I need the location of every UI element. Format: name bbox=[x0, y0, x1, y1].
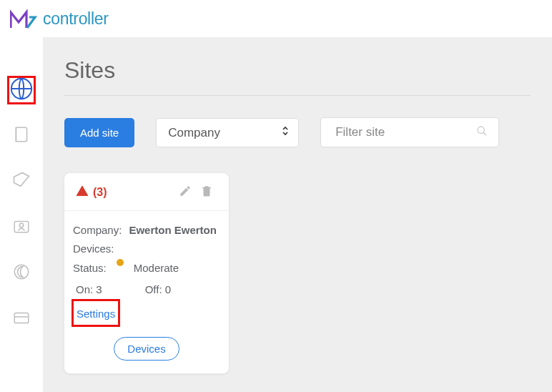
sidebar-item-tickets[interactable] bbox=[7, 167, 36, 196]
label-on: On: bbox=[76, 283, 93, 295]
label-off: Off: bbox=[145, 283, 162, 295]
delete-button[interactable] bbox=[196, 183, 217, 202]
book-icon bbox=[12, 125, 31, 147]
ticket-icon bbox=[11, 170, 31, 193]
value-status: Moderate bbox=[134, 259, 179, 278]
add-site-button[interactable]: Add site bbox=[64, 118, 134, 147]
settings-link[interactable]: Settings bbox=[77, 305, 115, 323]
value-company: Ewerton Ewerton bbox=[129, 221, 217, 240]
edit-button[interactable] bbox=[174, 183, 196, 202]
alert-count: (3) bbox=[93, 186, 107, 199]
sidebar-item-billing[interactable] bbox=[7, 305, 36, 333]
filter-input[interactable] bbox=[320, 117, 499, 147]
svg-rect-4 bbox=[14, 313, 29, 323]
search-icon bbox=[476, 125, 488, 139]
logo-text: controller bbox=[43, 9, 109, 29]
sidebar-item-docs[interactable] bbox=[7, 122, 36, 150]
toolbar: Add site Company bbox=[64, 117, 531, 147]
alert-badge[interactable]: (3) bbox=[76, 185, 107, 200]
moon-icon bbox=[12, 263, 31, 284]
logo: controller bbox=[10, 8, 109, 29]
globe-icon bbox=[9, 77, 34, 104]
label-company: Company: bbox=[73, 221, 122, 240]
label-devices: Devices: bbox=[73, 240, 114, 258]
company-select[interactable]: Company bbox=[156, 118, 299, 147]
sidebar-item-theme[interactable] bbox=[7, 259, 36, 288]
sidebar bbox=[0, 37, 43, 392]
warning-icon bbox=[76, 185, 89, 200]
user-badge-icon bbox=[12, 217, 31, 238]
app-header: controller bbox=[0, 0, 552, 37]
logo-mark-icon bbox=[10, 8, 41, 29]
credit-card-icon bbox=[12, 308, 31, 330]
divider bbox=[64, 95, 531, 96]
pencil-icon bbox=[179, 187, 192, 200]
value-on: 3 bbox=[96, 283, 102, 295]
card-header: (3) bbox=[64, 173, 229, 211]
settings-highlight: Settings bbox=[72, 299, 120, 327]
value-off: 0 bbox=[165, 283, 171, 295]
main-content: Sites Add site Company bbox=[43, 37, 552, 392]
card-body: Company: Ewerton Ewerton Devices: Status… bbox=[64, 211, 229, 333]
devices-button[interactable]: Devices bbox=[114, 337, 179, 361]
trash-icon bbox=[200, 187, 213, 200]
page-title: Sites bbox=[64, 57, 531, 84]
site-card: (3) Company: Ewerton Ewerton bbox=[64, 173, 229, 373]
sidebar-item-users[interactable] bbox=[7, 213, 36, 242]
sidebar-item-sites[interactable] bbox=[7, 76, 36, 104]
svg-point-2 bbox=[19, 223, 23, 227]
card-footer: Devices bbox=[64, 333, 229, 373]
status-dot-icon bbox=[117, 259, 124, 266]
svg-point-5 bbox=[478, 127, 484, 133]
label-status: Status: bbox=[73, 259, 107, 278]
